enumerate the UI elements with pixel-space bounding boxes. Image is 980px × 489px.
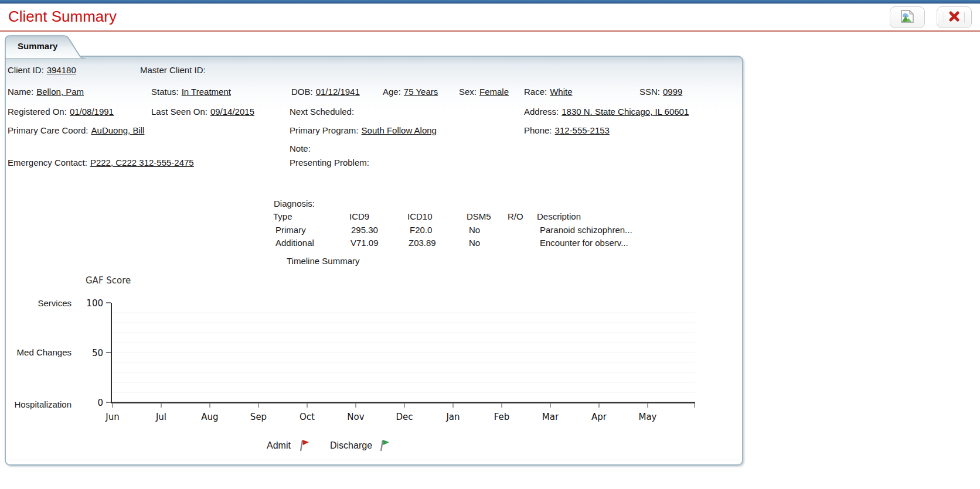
field-emergency-contact: Emergency Contact:P222, C222 312-555-247… — [8, 158, 194, 167]
x-tick-oct: Oct — [300, 412, 315, 422]
diagnosis-header-dsm5: DSM5 — [467, 211, 491, 221]
field-client-id: Client ID:394180 — [8, 65, 76, 75]
diagnosis-header-description: Description — [537, 211, 581, 221]
chart-row-label-hospitalization: Hospitalization — [7, 399, 72, 409]
field-dob: DOB:01/12/1941 — [291, 87, 360, 97]
dob-value[interactable]: 01/12/1941 — [316, 87, 360, 97]
last-seen-on-label: Last Seen On: — [151, 107, 207, 117]
button-divider — [944, 12, 944, 23]
button-divider — [964, 12, 965, 23]
close-button[interactable] — [937, 6, 972, 28]
field-race: Race:White — [524, 87, 573, 97]
red-x-icon — [948, 10, 961, 25]
x-tick-mar: Mar — [542, 412, 559, 422]
legend-discharge-label: Discharge — [330, 440, 372, 451]
field-status: Status:In Treatment — [151, 87, 231, 97]
next-scheduled-label: Next Scheduled: — [290, 107, 354, 117]
age-label: Age: — [383, 87, 401, 97]
status-value[interactable]: In Treatment — [182, 87, 231, 97]
name-label: Name: — [8, 87, 33, 97]
image-file-icon — [900, 9, 915, 26]
diagnosis-header-ro: R/O — [508, 211, 523, 221]
address-value[interactable]: 1830 N. State Chicago, IL 60601 — [562, 107, 689, 117]
field-phone: Phone:312-555-2153 — [524, 125, 610, 135]
primary-care-coord-label: Primary Care Coord: — [8, 125, 89, 135]
emergency-contact-label: Emergency Contact: — [8, 158, 87, 167]
field-note: Note: — [290, 143, 314, 153]
diagnosis-row-dsm5: No — [469, 225, 480, 235]
registered-on-value[interactable]: 01/08/1991 — [70, 107, 114, 117]
status-label: Status: — [151, 87, 179, 97]
sex-label: Sex: — [459, 87, 477, 97]
field-registered-on: Registered On:01/08/1991 — [8, 107, 114, 117]
x-tick-may: May — [638, 412, 656, 422]
emergency-contact-value[interactable]: P222, C222 312-555-2475 — [90, 158, 194, 167]
diagnosis-row-icd9: 295.30 — [351, 225, 378, 235]
field-ssn: SSN:0999 — [639, 87, 682, 97]
diagnosis-row-icd10: Z03.89 — [409, 238, 436, 248]
tab-summary[interactable]: Summary — [18, 41, 57, 51]
diagnosis-row-type: Primary — [275, 225, 306, 235]
primary-care-coord-value[interactable]: AuDuong, Bill — [91, 125, 145, 135]
legend-admit-label: Admit — [267, 440, 291, 451]
panel-inner-line — [8, 460, 740, 460]
x-tick-dec: Dec — [396, 412, 413, 422]
x-tick-sep: Sep — [250, 412, 267, 422]
chart-row-label-med-changes: Med Changes — [7, 347, 72, 357]
y-tick-0: 0 — [97, 398, 103, 408]
timeline-summary-title: Timeline Summary — [287, 256, 359, 266]
client-id-label: Client ID: — [8, 65, 44, 75]
master-client-id-label: Master Client ID: — [140, 65, 206, 75]
page-title: Client Summary — [8, 8, 117, 26]
presenting-problem-label: Presenting Problem: — [290, 158, 369, 167]
field-presenting-problem: Presenting Problem: — [290, 158, 372, 167]
diagnosis-row-description: Encounter for observ... — [540, 238, 628, 248]
race-value[interactable]: White — [550, 87, 572, 97]
gaf-timeline-chart: 100 50 0 Jun Jul Aug Sep Oct Nov Dec Jan… — [70, 269, 709, 430]
diagnosis-header-icd9: ICD9 — [349, 211, 369, 221]
last-seen-on-value[interactable]: 09/14/2015 — [210, 107, 254, 117]
x-tick-aug: Aug — [201, 412, 218, 422]
race-label: Race: — [524, 87, 547, 97]
phone-value[interactable]: 312-555-2153 — [555, 125, 610, 135]
diagnosis-header-icd10: ICD10 — [407, 211, 433, 221]
x-tick-jan: Jan — [445, 412, 460, 422]
dob-label: DOB: — [291, 87, 313, 97]
diagnosis-header-type: Type — [273, 211, 292, 221]
header-divider — [0, 30, 980, 32]
x-tick-jun: Jun — [105, 412, 119, 422]
x-tick-nov: Nov — [347, 412, 364, 422]
field-primary-care-coord: Primary Care Coord:AuDuong, Bill — [8, 125, 144, 135]
name-value[interactable]: Bellon, Pam — [36, 87, 84, 97]
diagnosis-row-description: Paranoid schizophren... — [540, 225, 632, 235]
export-image-button[interactable] — [890, 6, 925, 28]
diagnosis-row-icd9: V71.09 — [351, 238, 379, 248]
discharge-flag-icon — [378, 438, 390, 454]
field-address: Address:1830 N. State Chicago, IL 60601 — [524, 107, 689, 117]
field-sex: Sex:Female — [459, 87, 509, 97]
diagnosis-row-type: Additional — [275, 238, 314, 248]
client-id-value[interactable]: 394180 — [47, 65, 76, 75]
ssn-label: SSN: — [639, 87, 660, 97]
field-last-seen-on: Last Seen On:09/14/2015 — [151, 107, 254, 117]
chart-row-label-services: Services — [7, 298, 72, 308]
y-tick-100: 100 — [86, 298, 103, 309]
note-label: Note: — [290, 143, 311, 153]
client-summary-window: Client Summary — [0, 0, 980, 489]
phone-label: Phone: — [524, 125, 552, 135]
sex-value[interactable]: Female — [479, 87, 509, 97]
diagnosis-row-dsm5: No — [469, 238, 480, 248]
address-label: Address: — [524, 107, 559, 117]
x-tick-jul: Jul — [155, 412, 166, 422]
top-accent-bar — [0, 0, 980, 4]
admit-flag-icon — [298, 438, 309, 454]
field-next-scheduled: Next Scheduled: — [290, 107, 357, 117]
ssn-value[interactable]: 0999 — [663, 87, 682, 97]
age-value[interactable]: 75 Years — [404, 87, 438, 97]
primary-program-value[interactable]: South Follow Along — [362, 125, 437, 135]
field-age: Age:75 Years — [383, 87, 438, 97]
diagnosis-title: Diagnosis: — [274, 199, 315, 208]
x-tick-apr: Apr — [591, 412, 607, 422]
field-master-client-id: Master Client ID: — [140, 65, 209, 75]
y-tick-50: 50 — [92, 348, 103, 358]
